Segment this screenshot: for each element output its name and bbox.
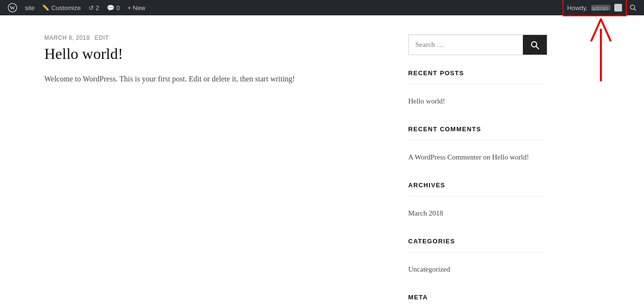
categories-title: CATEGORIES bbox=[408, 238, 547, 252]
sidebar: RECENT POSTS Hello world! RECENT COMMENT… bbox=[408, 34, 547, 308]
recent-posts-list: Hello world! bbox=[408, 91, 547, 111]
search-button[interactable] bbox=[523, 35, 547, 55]
list-item: Hello world! bbox=[408, 91, 547, 111]
svg-line-6 bbox=[536, 46, 539, 49]
commenter-link[interactable]: A WordPress Commenter bbox=[408, 153, 482, 161]
search-input[interactable] bbox=[409, 35, 523, 55]
site-name-button[interactable]: site bbox=[21, 0, 38, 15]
new-content-button[interactable]: + New bbox=[124, 0, 149, 15]
search-submit-icon bbox=[531, 41, 539, 49]
comments-button[interactable]: 💬 0 bbox=[103, 0, 124, 15]
main-content: MARCH 8, 2018 EDIT Hello world! Welcome … bbox=[45, 34, 380, 308]
recent-comments-list: A WordPress Commenter on Hello world! bbox=[408, 148, 547, 167]
categories-widget: CATEGORIES Uncategorized bbox=[408, 238, 547, 279]
avatar bbox=[614, 4, 622, 11]
archives-widget: ARCHIVES March 2018 bbox=[408, 182, 547, 223]
archives-title: ARCHIVES bbox=[408, 182, 547, 196]
recent-posts-title: RECENT POSTS bbox=[408, 69, 547, 84]
search-widget bbox=[408, 34, 547, 55]
edit-link[interactable]: EDIT bbox=[95, 34, 109, 41]
archive-link[interactable]: March 2018 bbox=[408, 209, 443, 217]
recent-comments-title: RECENT COMMENTS bbox=[408, 125, 547, 140]
comment-on: on bbox=[483, 153, 492, 161]
customize-button[interactable]: ✏️ Customize bbox=[38, 0, 84, 15]
svg-line-3 bbox=[634, 9, 636, 11]
site-wrapper: MARCH 8, 2018 EDIT Hello world! Welcome … bbox=[35, 15, 610, 308]
meta-widget: META Site Admin Log out bbox=[408, 294, 547, 308]
search-icon bbox=[630, 4, 636, 11]
archives-list: March 2018 bbox=[408, 204, 547, 223]
recent-posts-widget: RECENT POSTS Hello world! bbox=[408, 69, 547, 111]
category-link[interactable]: Uncategorized bbox=[408, 265, 450, 273]
svg-text:W: W bbox=[10, 5, 15, 11]
post-content: Welcome to WordPress. This is your first… bbox=[45, 72, 380, 85]
howdy-menu[interactable]: Howdy, admin bbox=[564, 0, 626, 15]
list-item: Uncategorized bbox=[408, 260, 547, 279]
comment-post-link[interactable]: Hello world! bbox=[492, 153, 529, 161]
list-item: March 2018 bbox=[408, 204, 547, 223]
post-title: Hello world! bbox=[45, 45, 380, 63]
recent-comments-widget: RECENT COMMENTS A WordPress Commenter on… bbox=[408, 125, 547, 167]
meta-title: META bbox=[408, 294, 547, 308]
revisions-button[interactable]: ↺ 2 bbox=[85, 0, 103, 15]
recent-post-link[interactable]: Hello world! bbox=[408, 97, 445, 105]
post-meta: MARCH 8, 2018 EDIT bbox=[45, 34, 380, 41]
search-toggle-button[interactable] bbox=[626, 0, 640, 15]
post-date: MARCH 8, 2018 bbox=[45, 34, 90, 41]
categories-list: Uncategorized bbox=[408, 260, 547, 279]
list-item: A WordPress Commenter on Hello world! bbox=[408, 148, 547, 167]
admin-bar: W site ✏️ Customize ↺ 2 💬 0 + New Howdy,… bbox=[0, 0, 644, 15]
wp-logo-button[interactable]: W bbox=[4, 0, 21, 15]
